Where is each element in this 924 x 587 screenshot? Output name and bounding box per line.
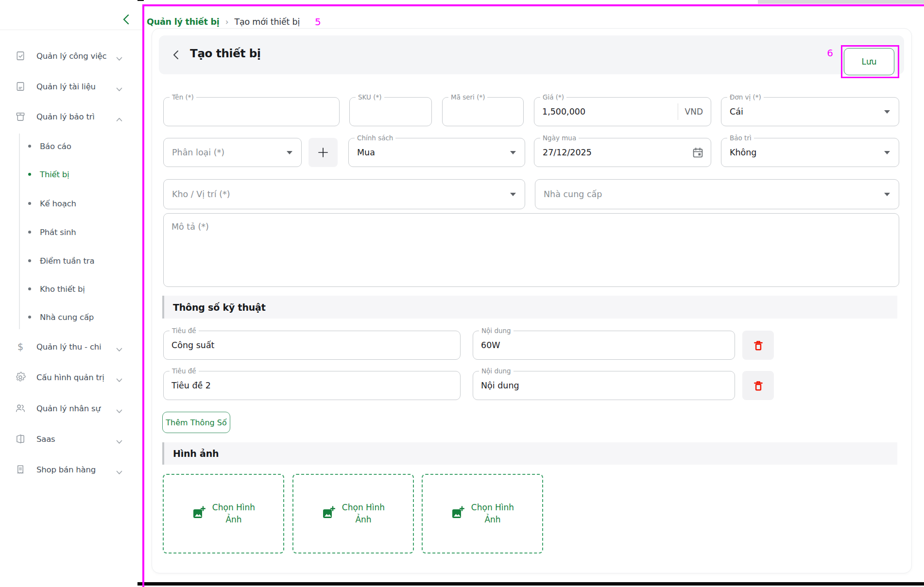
sidebar-item-shop-ban-hang[interactable]: Shop bán hàng [0, 460, 137, 479]
spec-content-input[interactable] [473, 331, 735, 359]
people-icon [15, 403, 26, 414]
gear-icon [15, 372, 26, 383]
sidebar-item-quan-ly-thu-chi[interactable]: $ Quản lý thu - chi [0, 337, 137, 356]
calendar-icon[interactable] [692, 147, 704, 159]
scrollbar-strip [758, 0, 924, 4]
page-title: Tạo thiết bị [190, 47, 261, 60]
chevron-down-icon [116, 54, 122, 63]
sku-field: SKU (*) [349, 97, 432, 126]
sidebar-header-divider [0, 30, 142, 30]
window-bottom-border [0, 582, 924, 586]
spec-content-field: Nội dung [473, 371, 735, 400]
sidebar: Quản lý công việc Quản lý tài liệu Quản … [0, 0, 137, 587]
chevron-down-icon [884, 151, 890, 154]
unit-select[interactable]: Đơn vị (*) Cái [721, 97, 899, 126]
chevron-down-icon [510, 193, 516, 196]
card-header: Tạo thiết bị 6 Lưu [159, 35, 904, 74]
breadcrumb-create-device: Tạo mới thiết bị [234, 17, 300, 27]
add-category-button[interactable] [308, 138, 338, 167]
create-device-card: Tạo thiết bị 6 Lưu Tên (*) SKU (*) Mã se… [152, 28, 912, 573]
chevron-up-icon [116, 115, 122, 124]
supplier-select[interactable]: Nhà cung cấp [535, 179, 899, 209]
receipt-icon [15, 464, 26, 475]
serial-input[interactable] [443, 98, 523, 126]
currency-adornment: VND [678, 103, 711, 120]
sidebar-item-phat-sinh[interactable]: Phát sinh [0, 223, 137, 241]
add-image-icon [451, 506, 464, 521]
maintenance-select[interactable]: Bảo trì Không [721, 138, 899, 167]
save-button[interactable]: Lưu [844, 48, 894, 75]
sidebar-item-bao-cao[interactable]: Báo cáo [0, 137, 137, 155]
spec-title-field: Tiêu đề [163, 331, 461, 360]
bullet-dot [28, 259, 31, 262]
price-input[interactable] [534, 98, 678, 126]
sku-input[interactable] [350, 98, 431, 126]
sidebar-item-kho-thiet-bi[interactable]: Kho thiết bị [0, 280, 137, 298]
annotation-rect-top [142, 4, 924, 6]
chevron-down-icon [116, 406, 122, 416]
document-icon [15, 81, 26, 92]
name-field: Tên (*) [163, 97, 340, 126]
sidebar-item-quan-ly-nhan-su[interactable]: Quản lý nhân sự [0, 399, 137, 418]
chevron-down-icon [116, 345, 122, 354]
sidebar-item-quan-ly-cong-viec[interactable]: Quản lý công việc [0, 46, 137, 66]
add-image-icon [322, 506, 335, 521]
bullet-dot [28, 173, 31, 176]
chevron-down-icon [116, 437, 122, 446]
add-image-icon [192, 506, 205, 521]
sidebar-item-cau-hinh-quan-tri[interactable]: Cấu hình quản trị [0, 368, 137, 387]
bullet-dot [28, 231, 31, 234]
description-textarea[interactable] [163, 213, 899, 287]
serial-field: Mã seri (*) [442, 97, 524, 126]
bullet-dot [28, 145, 31, 148]
chevron-down-icon [116, 468, 122, 477]
bullet-dot [28, 202, 31, 205]
delete-spec-button[interactable] [742, 331, 774, 360]
choose-image-button[interactable]: Chọn HìnhẢnh [163, 474, 284, 553]
delete-spec-button[interactable] [742, 371, 774, 400]
warehouse-select[interactable]: Kho / Vị trí (*) [163, 179, 525, 209]
sidebar-item-quan-ly-tai-lieu[interactable]: Quản lý tài liệu [0, 77, 137, 96]
breadcrumb: Quản lý thiết bị › Tạo mới thiết bị [147, 15, 300, 29]
policy-select[interactable]: Chính sách Mua [348, 138, 525, 167]
annotation-number-5: 5 [315, 16, 321, 28]
images-section-header: Hình ảnh [162, 442, 897, 465]
sidebar-item-thiet-bi[interactable]: Thiết bị [0, 166, 137, 183]
specs-section-header: Thông số kỹ thuật [162, 296, 897, 319]
breadcrumb-device-management[interactable]: Quản lý thiết bị [147, 17, 220, 27]
sidebar-item-nha-cung-cap[interactable]: Nhà cung cấp [0, 308, 137, 326]
sidebar-item-diem-tuan-tra[interactable]: Điểm tuần tra [0, 252, 137, 269]
spec-title-input[interactable] [164, 331, 460, 359]
chevron-down-icon [884, 110, 890, 114]
chevron-down-icon [116, 375, 122, 385]
sidebar-item-quan-ly-bao-tri[interactable]: Quản lý bảo trì [0, 107, 137, 126]
sidebar-collapse-icon[interactable] [120, 13, 133, 26]
spec-content-input[interactable] [473, 371, 735, 400]
annotation-number-6: 6 [810, 47, 833, 59]
door-icon [15, 434, 26, 444]
purchase-date-field[interactable]: Ngày mua 27/12/2025 [534, 138, 711, 167]
spec-title-field: Tiêu đề [163, 371, 461, 400]
back-icon[interactable] [172, 50, 179, 60]
choose-image-button[interactable]: Chọn HìnhẢnh [422, 474, 543, 553]
price-field: Giá (*) VND [534, 97, 711, 126]
spec-title-input[interactable] [164, 371, 460, 400]
spec-content-field: Nội dung [473, 331, 735, 360]
annotation-rect-left [142, 4, 144, 587]
choose-image-button[interactable]: Chọn HìnhẢnh [292, 474, 414, 553]
chevron-down-icon [287, 151, 292, 154]
breadcrumb-separator: › [225, 17, 229, 27]
chevron-down-icon [884, 193, 890, 196]
sidebar-item-saas[interactable]: Saas [0, 429, 137, 449]
dollar-icon: $ [15, 341, 26, 352]
bullet-dot [28, 287, 31, 290]
name-input[interactable] [164, 98, 339, 126]
bullet-dot [28, 316, 31, 319]
sidebar-item-ke-hoach[interactable]: Kế hoạch [0, 195, 137, 212]
add-spec-button[interactable]: Thêm Thông Số [162, 412, 230, 433]
category-select[interactable]: Phân loại (*) [163, 138, 302, 167]
chevron-down-icon [116, 84, 122, 94]
task-doc-icon [15, 50, 26, 61]
chevron-down-icon [510, 151, 516, 154]
archive-box-icon [15, 111, 26, 122]
